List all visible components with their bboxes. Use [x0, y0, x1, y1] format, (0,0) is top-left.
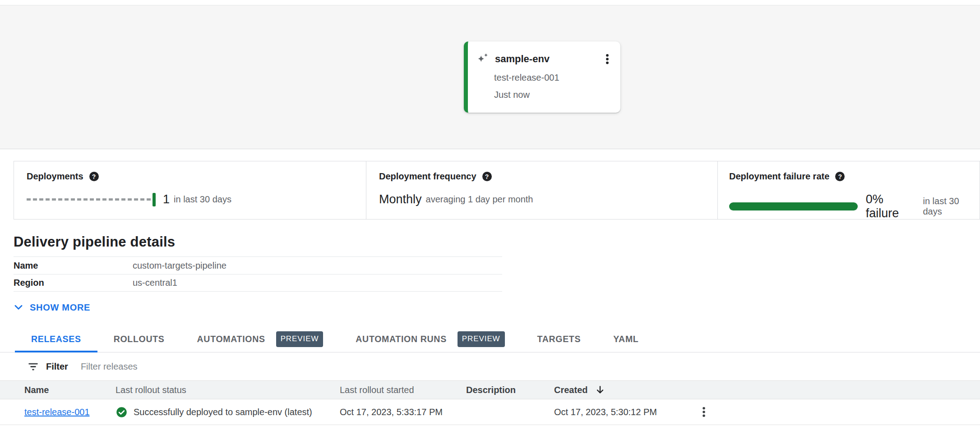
releases-filter-bar: Filter [0, 352, 980, 380]
release-row: test-release-001 Successfully deployed t… [0, 399, 980, 425]
detail-label: Name [14, 261, 133, 271]
filter-label: Filter [46, 361, 68, 372]
chevron-down-icon [13, 302, 24, 313]
stat-failure-suffix: in last 30 days [923, 196, 980, 217]
tab-automation-runs[interactable]: AUTOMATION RUNS PREVIEW [339, 326, 521, 352]
target-card-sample-env[interactable]: sample-env test-release-001 Just now [464, 41, 620, 113]
stat-deployments-value: 1 [163, 192, 170, 206]
top-divider-strip [0, 0, 980, 5]
sparkle-icon [476, 52, 490, 66]
deployment-tick-marker [153, 193, 156, 206]
tab-label: RELEASES [31, 334, 81, 344]
tab-label: ROLLOUTS [114, 334, 165, 344]
row-kebab-menu-button[interactable] [697, 405, 980, 419]
releases-table-header: Name Last rollout status Last rollout st… [0, 380, 980, 399]
stat-frequency-value: Monthly [379, 192, 422, 206]
stat-frequency-label: Deployment frequency [379, 171, 476, 182]
pipeline-details-table: Name custom-targets-pipeline Region us-c… [14, 256, 502, 292]
tab-rollouts[interactable]: ROLLOUTS [97, 326, 181, 352]
tab-label: AUTOMATION RUNS [356, 334, 447, 344]
dora-stats-strip: Deployments ? 1 in last 30 days Deployme… [14, 161, 980, 220]
column-header-last-rollout-status[interactable]: Last rollout status [116, 385, 340, 395]
show-more-button[interactable]: SHOW MORE [13, 302, 90, 313]
target-name: sample-env [495, 53, 550, 65]
detail-row-name: Name custom-targets-pipeline [14, 256, 502, 274]
tab-releases[interactable]: RELEASES [15, 326, 97, 352]
tab-yaml[interactable]: YAML [597, 326, 655, 352]
tab-targets[interactable]: TARGETS [521, 326, 597, 352]
tab-label: YAML [613, 334, 638, 344]
detail-row-region: Region us-central1 [14, 274, 502, 292]
detail-value: custom-targets-pipeline [133, 261, 227, 271]
rollout-started-cell: Oct 17, 2023, 5:33:17 PM [340, 407, 466, 417]
card-kebab-menu-button[interactable] [601, 52, 614, 66]
tab-label: TARGETS [537, 334, 581, 344]
stat-failure-rate: Deployment failure rate ? 0% failure in … [718, 161, 980, 219]
tab-label: AUTOMATIONS [197, 334, 265, 344]
detail-label: Region [14, 278, 133, 288]
release-link[interactable]: test-release-001 [24, 407, 90, 417]
stat-deployments-suffix: in last 30 days [174, 194, 231, 205]
releases-table: Name Last rollout status Last rollout st… [0, 380, 980, 425]
column-header-created[interactable]: Created [554, 385, 587, 395]
help-circle-icon[interactable]: ? [835, 172, 845, 181]
created-cell: Oct 17, 2023, 5:30:12 PM [554, 407, 697, 417]
help-circle-icon[interactable]: ? [482, 172, 492, 181]
card-release-name: test-release-001 [494, 73, 614, 83]
stat-deployments-label: Deployments [27, 171, 83, 182]
tab-automations[interactable]: AUTOMATIONS PREVIEW [181, 326, 340, 352]
rollout-status-text: Successfully deployed to sample-env (lat… [134, 407, 312, 417]
stat-deployments: Deployments ? 1 in last 30 days [14, 161, 366, 219]
check-circle-icon [116, 406, 128, 418]
help-circle-icon[interactable]: ? [89, 172, 99, 181]
filter-list-icon [27, 361, 39, 373]
stat-frequency-suffix: averaging 1 day per month [426, 194, 533, 205]
preview-badge: PREVIEW [276, 331, 324, 347]
column-header-last-rollout-started[interactable]: Last rollout started [340, 385, 466, 395]
page-title: Delivery pipeline details [14, 234, 980, 250]
failure-rate-bar [729, 202, 858, 210]
preview-badge: PREVIEW [458, 331, 505, 347]
filter-releases-input[interactable] [80, 361, 351, 372]
stat-failure-value: 0% failure [866, 192, 919, 220]
stat-failure-label: Deployment failure rate [729, 171, 829, 182]
column-header-description[interactable]: Description [466, 385, 554, 395]
pipeline-graph-canvas: sample-env test-release-001 Just now [0, 5, 980, 149]
deployments-timeline-dashes [27, 198, 151, 201]
column-header-name[interactable]: Name [24, 385, 116, 395]
card-deploy-time: Just now [494, 90, 614, 100]
stat-frequency: Deployment frequency ? Monthly averaging… [366, 161, 718, 219]
show-more-label: SHOW MORE [30, 302, 90, 313]
pipeline-tabs: RELEASES ROLLOUTS AUTOMATIONS PREVIEW AU… [0, 326, 980, 352]
arrow-down-icon[interactable] [595, 384, 606, 395]
detail-value: us-central1 [133, 278, 177, 288]
